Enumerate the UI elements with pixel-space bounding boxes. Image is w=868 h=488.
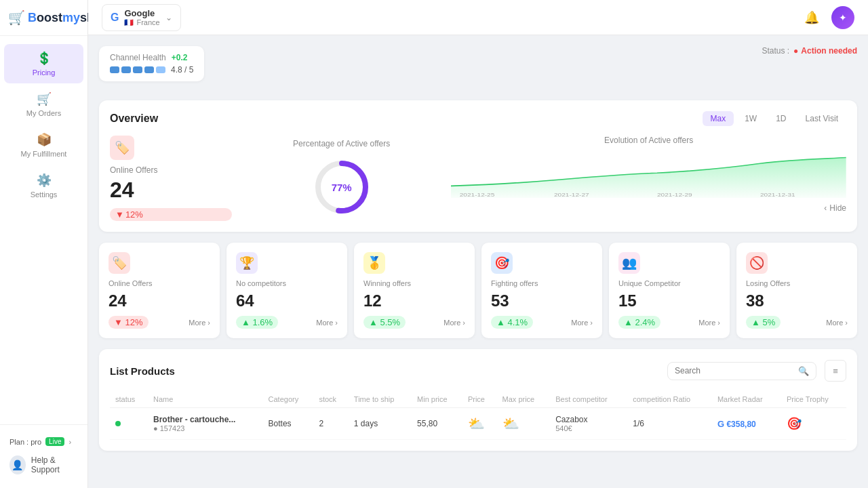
row-status [110, 408, 148, 440]
unique-competitor-change: ▲ 2.4% [618, 316, 660, 329]
overview-header: Overview Max 1W 1D Last Visit [110, 111, 846, 126]
col-min-price: Min price [412, 391, 462, 408]
row-price-trophy: 🎯 [781, 408, 846, 440]
channel-health-label: Channel Health [110, 53, 166, 62]
sidebar-item-settings[interactable]: ⚙️ Settings [4, 166, 83, 205]
metric-card-no-competitors: 🏆 No competitors 64 ▲ 1.6% More › [226, 243, 347, 338]
fighting-offers-card-value: 53 [491, 291, 593, 310]
col-competition-ratio: competition Ratio [627, 391, 712, 408]
health-dot-2 [121, 66, 131, 73]
online-offers-card-label: Online Offers [108, 279, 210, 287]
overview-offers-widget: 🏷️ Online Offers 24 ▼ 12% [110, 136, 232, 221]
fighting-offers-card-label: Fighting offers [491, 279, 593, 287]
row-max-price: ⛅ [497, 408, 551, 440]
tab-1d[interactable]: 1D [768, 111, 794, 126]
status-online-dot [115, 421, 121, 426]
hide-button[interactable]: ‹ Hide [451, 203, 846, 213]
channel-selector[interactable]: G Google 🇫🇷 France ⌄ [102, 4, 181, 31]
status-dot-icon: ● [793, 46, 798, 56]
table-row: Brother - cartouche... ● 157423 Bottes 2… [110, 408, 846, 440]
list-filter-button[interactable]: ≡ [825, 360, 846, 382]
notification-button[interactable]: 🔔 [800, 6, 823, 29]
sidebar-item-orders[interactable]: 🛒 My Orders [4, 85, 83, 124]
channel-health-dots [110, 66, 165, 73]
chevron-left-icon: ‹ [824, 203, 827, 213]
list-header: List Products 🔍 ≡ [110, 360, 846, 382]
losing-offers-change: ▲ 5% [746, 316, 781, 329]
col-best-competitor: Best competitor [550, 391, 627, 408]
topbar-icons: 🔔 ✦ [800, 6, 854, 29]
losing-offers-card-icon: 🚫 [746, 252, 768, 274]
winning-offers-card-label: Winning offers [363, 279, 465, 287]
unique-competitor-card-icon: 👥 [618, 252, 640, 274]
hide-label: Hide [829, 203, 846, 213]
unique-competitor-card-label: Unique Competitor [618, 279, 720, 287]
country-name: France [136, 18, 159, 26]
col-price-trophy: Price Trophy [781, 391, 846, 408]
unique-competitor-more-btn[interactable]: More › [698, 319, 720, 327]
metric-card-winning-offers: 🥇 Winning offers 12 ▲ 5.5% More › [354, 243, 475, 338]
table-header-row: status Name Category stock Time to ship … [110, 391, 846, 408]
competitor-price: 540€ [555, 424, 622, 432]
sidebar-help[interactable]: 👤 Help & Support [5, 450, 82, 480]
online-offers-card-bottom: ▼ 12% More › [108, 316, 210, 329]
metric-cards: 🏷️ Online Offers 24 ▼ 12% More › 🏆 No co… [99, 243, 857, 338]
market-radar-warning-icon: ⛅ [468, 416, 485, 431]
overview-percentage-widget: Percentage of Active offers 77% [243, 136, 440, 221]
no-competitors-more-btn[interactable]: More › [316, 319, 338, 327]
overview-title: Overview [110, 113, 158, 125]
tab-last-visit[interactable]: Last Visit [797, 111, 846, 126]
help-label: Help & Support [31, 455, 78, 474]
competitor-best-price: €358,80 [726, 420, 755, 429]
offers-change: ▼ 12% [110, 208, 232, 221]
sidebar-item-pricing[interactable]: 💲 Pricing [4, 44, 83, 83]
orders-icon: 🛒 [37, 92, 52, 106]
tab-max[interactable]: Max [703, 111, 734, 126]
list-title: List Products [110, 365, 175, 377]
metric-card-losing-offers: 🚫 Losing Offers 38 ▲ 5% More › [736, 243, 857, 338]
status-label: Status : [762, 46, 789, 56]
offers-change-value: 12% [125, 209, 143, 220]
unique-competitor-card-value: 15 [618, 291, 720, 310]
svg-text:2021-12-27: 2021-12-27 [554, 192, 589, 198]
main-content: G Google 🇫🇷 France ⌄ 🔔 ✦ Channel Health … [88, 0, 868, 488]
sidebar-item-fulfillment[interactable]: 📦 My Fulfillment [4, 125, 83, 165]
overview-evolution-widget: Evolution of Active offers 2021-12-25 20… [451, 136, 846, 221]
overview-section: Overview Max 1W 1D Last Visit 🏷️ Online … [99, 100, 857, 232]
col-price: Price [462, 391, 497, 408]
fighting-offers-change: ▲ 4.1% [491, 316, 533, 329]
health-dot-1 [110, 66, 119, 73]
svg-text:2021-12-31: 2021-12-31 [760, 192, 795, 198]
sidebar-plan: Plan : pro Live › [5, 433, 82, 450]
user-avatar-button[interactable]: ✦ [831, 6, 854, 29]
evolution-chart: 2021-12-25 2021-12-27 2021-12-29 2021-12… [451, 150, 846, 198]
search-input[interactable] [675, 366, 794, 375]
row-name: Brother - cartouche... ● 157423 [148, 408, 263, 440]
sidebar: 🛒 Boostmyshop 💲 Pricing 🛒 My Orders 📦 My… [0, 0, 88, 488]
plan-chevron-icon: › [68, 438, 71, 446]
google-logo-icon: G [111, 12, 119, 24]
product-id: ● 157423 [153, 424, 258, 432]
plan-badge: Live [45, 437, 64, 446]
channel-health-score: 4.8 / 5 [171, 65, 193, 75]
winning-offers-more-btn[interactable]: More › [443, 319, 465, 327]
col-time-to-ship: Time to ship [349, 391, 412, 408]
unique-competitor-card-bottom: ▲ 2.4% More › [618, 316, 720, 329]
fighting-offers-more-btn[interactable]: More › [571, 319, 593, 327]
row-stock: 2 [313, 408, 348, 440]
offers-badge-icon: 🏷️ [110, 136, 134, 160]
winning-offers-card-bottom: ▲ 5.5% More › [363, 316, 465, 329]
country-flag-icon: 🇫🇷 [124, 18, 134, 27]
losing-offers-more-btn[interactable]: More › [826, 319, 848, 327]
list-products-section: List Products 🔍 ≡ status Name Category s… [99, 349, 857, 451]
evo-label: Evolution of Active offers [451, 136, 846, 145]
channel-name: Google [124, 8, 159, 18]
online-offers-more-btn[interactable]: More › [189, 319, 210, 327]
channel-health-delta: +0.2 [172, 53, 188, 62]
health-dot-3 [133, 66, 142, 73]
losing-offers-card-bottom: ▲ 5% More › [746, 316, 848, 329]
sidebar-nav: 💲 Pricing 🛒 My Orders 📦 My Fulfillment ⚙… [0, 36, 87, 424]
tab-1w[interactable]: 1W [736, 111, 765, 126]
sidebar-bottom: Plan : pro Live › 👤 Help & Support [0, 424, 87, 488]
metric-card-online-offers: 🏷️ Online Offers 24 ▼ 12% More › [99, 243, 220, 338]
